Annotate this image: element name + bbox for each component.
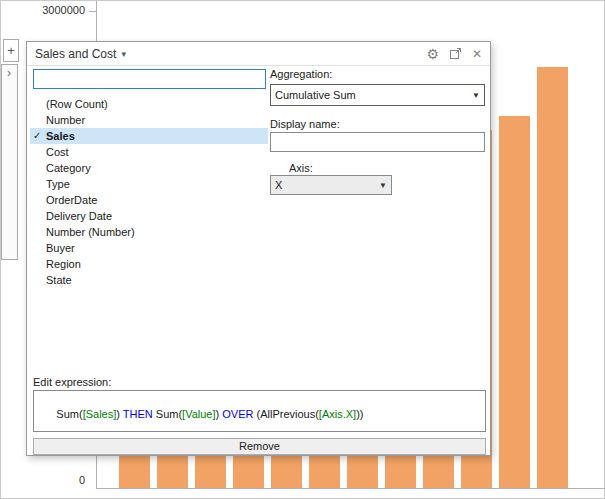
expression-token: [Sales] bbox=[83, 408, 117, 420]
column-search-input[interactable] bbox=[33, 69, 266, 89]
field-label: Region bbox=[46, 258, 81, 270]
field-item[interactable]: ✓Sales bbox=[30, 128, 268, 144]
y-axis-tick-mark bbox=[89, 11, 96, 12]
axis-dropdown[interactable]: X ▼ bbox=[270, 175, 392, 195]
popup-titlebar: Sales and Cost ▾ ⚙ ✕ bbox=[27, 42, 490, 66]
expression-token: [Value] bbox=[182, 408, 215, 420]
field-item[interactable]: Cost bbox=[30, 144, 268, 160]
field-item[interactable]: Type bbox=[30, 176, 268, 192]
bar[interactable] bbox=[499, 116, 530, 488]
chevron-right-icon[interactable]: › bbox=[7, 66, 11, 80]
field-item[interactable]: Number (Number) bbox=[30, 224, 268, 240]
field-item[interactable]: State bbox=[30, 272, 268, 288]
chevron-down-icon: ▾ bbox=[121, 49, 126, 59]
field-label: Number (Number) bbox=[46, 226, 135, 238]
field-label: (Row Count) bbox=[46, 98, 108, 110]
aggregation-label: Aggregation: bbox=[270, 68, 332, 80]
aggregation-dropdown[interactable]: Cumulative Sum ▼ bbox=[270, 84, 485, 106]
field-item[interactable]: OrderDate bbox=[30, 192, 268, 208]
expression-token: Sum( bbox=[153, 408, 182, 420]
field-item[interactable]: Region bbox=[30, 256, 268, 272]
gear-icon[interactable]: ⚙ bbox=[426, 46, 439, 62]
add-axis-button[interactable]: + bbox=[3, 39, 19, 62]
popup-title[interactable]: Sales and Cost bbox=[35, 47, 116, 61]
close-icon[interactable]: ✕ bbox=[472, 47, 482, 61]
dropdown-arrow-icon: ▼ bbox=[472, 91, 480, 100]
expression-token: [Axis.X] bbox=[319, 408, 356, 420]
field-label: Type bbox=[46, 178, 70, 190]
dropdown-arrow-icon: ▼ bbox=[379, 181, 387, 190]
field-label: OrderDate bbox=[46, 194, 97, 206]
y-axis-tick-label-top: 3000000 bbox=[1, 4, 85, 16]
field-label: Sales bbox=[46, 130, 75, 142]
field-label: Cost bbox=[46, 146, 69, 158]
x-axis-line bbox=[96, 488, 605, 489]
field-label: State bbox=[46, 274, 72, 286]
expression-token: THEN bbox=[123, 408, 153, 420]
y-axis-selector-tab[interactable]: › bbox=[1, 64, 18, 260]
popout-icon[interactable] bbox=[449, 47, 462, 60]
bar[interactable] bbox=[537, 67, 568, 488]
field-item[interactable]: Number bbox=[30, 112, 268, 128]
expression-token: (AllPrevious( bbox=[253, 408, 318, 420]
expression-token: )) bbox=[356, 408, 363, 420]
expression-editor[interactable]: Sum([Sales]) THEN Sum([Value]) OVER (All… bbox=[33, 390, 486, 432]
field-item[interactable]: Delivery Date bbox=[30, 208, 268, 224]
field-label: Category bbox=[46, 162, 91, 174]
remove-button[interactable]: Remove bbox=[33, 438, 486, 455]
field-list: (Row Count)Number✓SalesCostCategoryTypeO… bbox=[30, 96, 268, 288]
checkmark-icon: ✓ bbox=[33, 128, 41, 144]
axis-label: Axis: bbox=[289, 162, 313, 174]
application-window: 3000000 0 + › Cumulative Sum (Sales) Sal… bbox=[0, 0, 605, 499]
edit-expression-label: Edit expression: bbox=[33, 376, 111, 388]
expression-token: OVER bbox=[222, 408, 253, 420]
field-item[interactable]: (Row Count) bbox=[30, 96, 268, 112]
y-axis-tick-label-bottom: 0 bbox=[1, 474, 85, 486]
display-name-input[interactable] bbox=[270, 132, 485, 152]
aggregation-value: Cumulative Sum bbox=[275, 89, 468, 101]
field-item[interactable]: Buyer bbox=[30, 240, 268, 256]
display-name-label: Display name: bbox=[270, 118, 340, 130]
expression-token: Sum( bbox=[56, 408, 82, 420]
field-label: Number bbox=[46, 114, 85, 126]
column-selector-popup: Sales and Cost ▾ ⚙ ✕ (Row Count)Number✓S… bbox=[26, 41, 491, 456]
field-label: Buyer bbox=[46, 242, 75, 254]
expression-text: Sum([Sales]) THEN Sum([Value]) OVER (All… bbox=[56, 408, 363, 420]
field-label: Delivery Date bbox=[46, 210, 112, 222]
field-item[interactable]: Category bbox=[30, 160, 268, 176]
axis-value: X bbox=[275, 179, 375, 191]
